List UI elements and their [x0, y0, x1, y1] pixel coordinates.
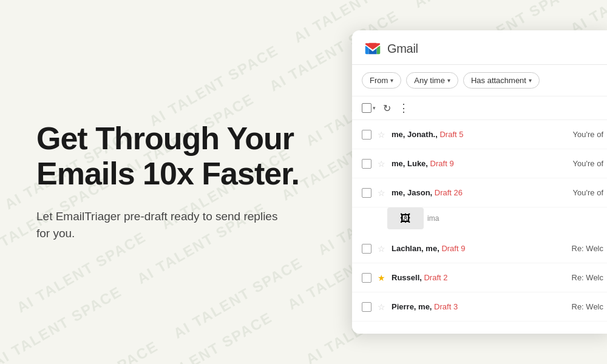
- more-options-icon[interactable]: ⋮: [398, 101, 410, 115]
- filter-anytime-label: Any time: [414, 76, 445, 85]
- filter-row: From ▾ Any time ▾ Has attachment ▾: [352, 65, 607, 96]
- gmail-header: Gmail: [352, 30, 607, 65]
- email-preview: Re: Welc: [572, 273, 604, 282]
- table-row[interactable]: ☆ Lachlan, me, Draft 9 Re: Welc: [352, 234, 607, 263]
- star-icon[interactable]: ☆: [378, 188, 385, 198]
- page-layout: Get Through Your Emails 10x Faster. Let …: [0, 0, 607, 364]
- email-list: ☆ me, Jonath., Draft 5 You're of ☆ me, L…: [352, 120, 607, 322]
- email-content: Lachlan, me, Draft 9: [392, 244, 566, 253]
- email-preview: Re: Welc: [572, 244, 604, 253]
- filter-anytime[interactable]: Any time ▾: [406, 72, 458, 89]
- gmail-m-icon: [364, 40, 381, 57]
- email-content: me, Jonath., Draft 5: [392, 130, 567, 139]
- refresh-icon[interactable]: ↻: [383, 103, 391, 114]
- table-row[interactable]: ☆ Pierre, me, Draft 3 Re: Welc: [352, 292, 607, 322]
- email-sender: me, Luke, Draft 9: [392, 159, 567, 168]
- select-all-dropdown[interactable]: ▾: [362, 103, 376, 113]
- gmail-logo: [364, 40, 381, 57]
- filter-attachment[interactable]: Has attachment ▾: [463, 72, 540, 89]
- table-row[interactable]: ★ Russell, Draft 2 Re: Welc: [352, 263, 607, 292]
- filter-from[interactable]: From ▾: [362, 72, 401, 89]
- email-sender: Lachlan, me, Draft 9: [392, 244, 566, 253]
- email-content: me, Luke, Draft 9: [392, 159, 567, 168]
- image-icon: 🖼: [400, 212, 411, 225]
- email-preview: Re: Welc: [572, 302, 604, 311]
- email-content: me, Jason, Draft 26: [392, 188, 567, 197]
- right-panel: Gmail From ▾ Any time ▾ Has attachment ▾: [352, 0, 607, 364]
- email-checkbox[interactable]: [362, 244, 371, 254]
- email-checkbox[interactable]: [362, 130, 371, 140]
- email-content: Russell, Draft 2: [392, 273, 566, 282]
- left-panel: Get Through Your Emails 10x Faster. Let …: [0, 0, 352, 364]
- email-preview: You're of: [573, 188, 603, 197]
- filter-anytime-chevron: ▾: [447, 77, 450, 84]
- filter-attachment-label: Has attachment: [471, 76, 526, 85]
- filter-from-chevron: ▾: [390, 77, 393, 84]
- email-preview: You're of: [573, 130, 603, 139]
- email-sender: Russell, Draft 2: [392, 273, 566, 282]
- star-icon[interactable]: ☆: [378, 130, 385, 140]
- star-icon[interactable]: ☆: [378, 302, 385, 312]
- table-row[interactable]: ☆ me, Jason, Draft 26 You're of: [352, 178, 607, 207]
- table-row[interactable]: ☆ me, Luke, Draft 9 You're of: [352, 149, 607, 178]
- hero-title: Get Through Your Emails 10x Faster.: [36, 121, 316, 190]
- filter-from-label: From: [370, 76, 388, 85]
- toolbar-row: ▾ ↻ ⋮: [352, 96, 607, 120]
- hero-subtitle: Let EmailTriager pre-draft ready to send…: [36, 208, 279, 243]
- email-checkbox[interactable]: [362, 273, 371, 283]
- gmail-app-title: Gmail: [387, 42, 418, 56]
- email-sender: me, Jason, Draft 26: [392, 188, 567, 197]
- email-attachment-row: 🖼 ima: [352, 207, 607, 234]
- email-checkbox[interactable]: [362, 159, 371, 169]
- email-preview: You're of: [573, 159, 603, 168]
- gmail-window: Gmail From ▾ Any time ▾ Has attachment ▾: [352, 30, 607, 334]
- email-checkbox[interactable]: [362, 188, 371, 198]
- star-icon[interactable]: ☆: [378, 159, 385, 169]
- email-sender: me, Jonath., Draft 5: [392, 130, 567, 139]
- email-content: Pierre, me, Draft 3: [392, 302, 566, 311]
- select-all-checkbox[interactable]: [362, 103, 371, 113]
- email-sender: Pierre, me, Draft 3: [392, 302, 566, 311]
- attachment-label: ima: [427, 214, 439, 223]
- star-icon[interactable]: ★: [378, 273, 385, 283]
- select-all-chevron: ▾: [373, 105, 376, 111]
- table-row[interactable]: ☆ me, Jonath., Draft 5 You're of: [352, 120, 607, 149]
- filter-attachment-chevron: ▾: [529, 77, 532, 84]
- attachment-thumbnail: 🖼: [387, 207, 424, 229]
- star-icon[interactable]: ☆: [378, 244, 385, 254]
- email-checkbox[interactable]: [362, 302, 371, 312]
